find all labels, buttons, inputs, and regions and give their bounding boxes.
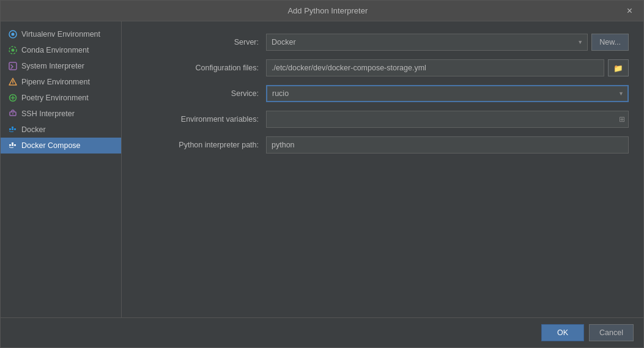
sidebar-item-label-ssh: SSH Interpreter: [21, 109, 75, 118]
sidebar-item-label-docker-compose: Docker Compose: [21, 141, 81, 150]
svg-rect-11: [14, 128, 16, 130]
sidebar-item-conda[interactable]: Conda Environment: [1, 42, 121, 58]
config-files-browse-button[interactable]: 📁: [608, 59, 629, 76]
poetry-icon: [8, 93, 18, 103]
ok-button[interactable]: OK: [541, 324, 584, 341]
env-expand-button[interactable]: ⊞: [618, 114, 626, 125]
server-select[interactable]: Docker: [266, 34, 588, 51]
ssh-icon: [8, 109, 18, 119]
sidebar-item-label-docker: Docker: [21, 125, 46, 134]
sidebar-item-system[interactable]: System Interpreter: [1, 58, 121, 74]
env-variables-input[interactable]: [266, 111, 629, 128]
docker-compose-icon: [8, 141, 18, 150]
svg-point-1: [12, 33, 15, 36]
env-input-wrapper: ⊞: [266, 111, 629, 128]
dialog-body: Virtualenv Environment Conda Environment: [1, 21, 643, 317]
service-label: Service:: [136, 89, 259, 98]
sidebar-item-docker-compose[interactable]: Docker Compose: [1, 138, 121, 154]
env-variables-row: Environment variables: ⊞: [136, 111, 629, 128]
sidebar-item-label-virtualenv: Virtualenv Environment: [21, 30, 100, 39]
python-path-control: [266, 136, 629, 154]
svg-rect-8: [9, 128, 11, 130]
service-control: rucio: [266, 85, 629, 102]
config-files-row: Configuration files: 📁: [136, 59, 629, 76]
config-files-label: Configuration files:: [136, 64, 259, 72]
svg-rect-10: [12, 127, 13, 128]
sidebar-item-poetry[interactable]: Poetry Environment: [1, 90, 121, 106]
svg-point-3: [12, 49, 15, 52]
python-path-input[interactable]: [266, 136, 629, 154]
conda-icon: [8, 45, 18, 55]
service-select[interactable]: rucio: [266, 85, 629, 102]
close-button[interactable]: ×: [623, 5, 636, 17]
virtualenv-icon: [8, 29, 18, 39]
server-select-wrapper: Docker: [266, 34, 588, 51]
add-python-interpreter-dialog: Add Python Interpreter × Virtualenv Envi…: [0, 0, 644, 348]
titlebar: Add Python Interpreter ×: [1, 1, 643, 21]
svg-rect-13: [12, 144, 13, 146]
env-variables-control: ⊞: [266, 111, 629, 128]
sidebar-item-virtualenv[interactable]: Virtualenv Environment: [1, 26, 121, 42]
docker-icon: [8, 125, 18, 135]
sidebar-item-ssh[interactable]: SSH Interpreter: [1, 106, 121, 122]
folder-icon: 📁: [613, 64, 623, 73]
sidebar-item-label-poetry: Poetry Environment: [21, 94, 89, 102]
python-path-label: Python interpreter path:: [136, 141, 259, 149]
pipenv-icon: [8, 77, 18, 87]
svg-point-7: [12, 113, 13, 114]
sidebar-item-label-system: System Interpreter: [21, 62, 84, 70]
new-button[interactable]: New...: [591, 34, 629, 51]
server-control: Docker New...: [266, 34, 629, 51]
sidebar-item-pipenv[interactable]: Pipenv Environment: [1, 74, 121, 90]
system-icon: [8, 61, 18, 71]
server-label: Server:: [136, 38, 259, 46]
main-content: Server: Docker New... Configuration file…: [122, 21, 643, 317]
env-variables-label: Environment variables:: [136, 115, 259, 124]
sidebar-item-label-pipenv: Pipenv Environment: [21, 78, 90, 86]
svg-rect-14: [12, 143, 13, 144]
expand-icon: ⊞: [619, 115, 625, 124]
dialog-footer: OK Cancel: [1, 317, 643, 347]
dialog-title: Add Python Interpreter: [32, 6, 623, 15]
config-files-input[interactable]: [266, 59, 604, 76]
cancel-button[interactable]: Cancel: [589, 324, 634, 341]
svg-rect-12: [9, 144, 11, 146]
python-path-row: Python interpreter path:: [136, 136, 629, 154]
server-row: Server: Docker New...: [136, 34, 629, 51]
sidebar-item-docker[interactable]: Docker: [1, 122, 121, 138]
svg-rect-9: [12, 128, 13, 130]
config-files-control: 📁: [266, 59, 629, 76]
svg-rect-15: [14, 144, 16, 146]
sidebar-item-label-conda: Conda Environment: [21, 46, 89, 54]
service-select-wrapper: rucio: [266, 85, 629, 102]
sidebar: Virtualenv Environment Conda Environment: [1, 21, 122, 317]
service-row: Service: rucio: [136, 85, 629, 102]
